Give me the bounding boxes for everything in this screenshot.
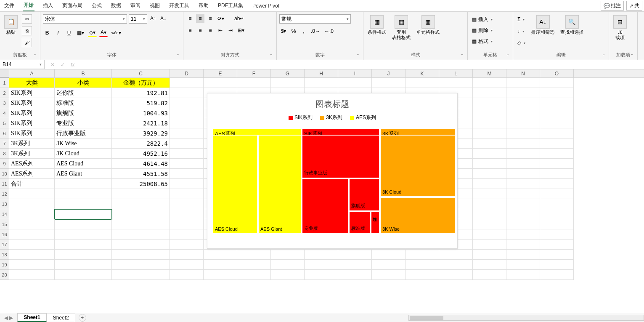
cell-G1[interactable] (271, 78, 305, 88)
row-header-11[interactable]: 11 (0, 179, 9, 189)
cell-N16[interactable] (506, 229, 540, 240)
cell-E1[interactable] (204, 78, 237, 88)
cell-M7[interactable] (473, 138, 506, 149)
sheet-nav[interactable]: ◀ ▶ (0, 315, 17, 321)
cell-D18[interactable] (170, 250, 204, 260)
cell-J18[interactable] (372, 250, 405, 260)
row-header-15[interactable]: 15 (0, 219, 9, 229)
sheet-tab-1[interactable]: Sheet1 (17, 313, 46, 322)
cell-N2[interactable] (506, 88, 540, 98)
cell-O10[interactable] (540, 169, 574, 179)
cell-A8[interactable]: 3K系列 (9, 149, 55, 159)
cell-J1[interactable] (372, 78, 405, 88)
cell-A3[interactable]: SIK系列 (9, 98, 55, 108)
cell-B13[interactable] (55, 199, 112, 209)
col-header-J[interactable]: J (372, 69, 405, 77)
cell-A17[interactable] (9, 240, 55, 250)
align-middle-icon[interactable]: ≡ (196, 14, 204, 23)
horizontal-scrollbar[interactable] (408, 315, 644, 321)
cell-C10[interactable]: 4551.58 (112, 169, 170, 179)
cell-O15[interactable] (540, 219, 574, 229)
font-name-select[interactable]: 宋体 (43, 14, 127, 24)
delete-cells-button[interactable]: ▦ 删除 (470, 25, 494, 35)
col-header-H[interactable]: H (305, 69, 338, 77)
cell-D8[interactable] (170, 149, 204, 159)
tab-data[interactable]: 数据 (110, 0, 122, 11)
cell-O17[interactable] (540, 240, 574, 250)
cell-B14[interactable] (55, 209, 112, 219)
border-button[interactable]: ▦▾ (76, 29, 85, 37)
cell-M3[interactable] (473, 98, 506, 108)
cell-D9[interactable] (170, 159, 204, 169)
fill-color-button[interactable]: ◇▾ (88, 29, 97, 37)
cell-N13[interactable] (506, 199, 540, 209)
cell-B12[interactable] (55, 189, 112, 199)
paste-button[interactable]: 📋 粘贴 (3, 14, 19, 36)
cell-L20[interactable] (439, 270, 473, 280)
cell-N4[interactable] (506, 108, 540, 118)
tab-help[interactable]: 帮助 (198, 0, 209, 11)
number-format-select[interactable]: 常规 (279, 14, 351, 24)
cell-E20[interactable] (204, 270, 237, 280)
cell-B6[interactable]: 行政事业版 (55, 128, 112, 138)
cell-M9[interactable] (473, 159, 506, 169)
cell-A1[interactable]: 大类 (9, 78, 55, 88)
cell-C8[interactable]: 4952.16 (112, 149, 170, 159)
row-header-5[interactable]: 5 (0, 118, 9, 128)
cell-K1[interactable] (405, 78, 439, 88)
format-cells-button[interactable]: ▦ 格式 (470, 36, 494, 46)
cell-A6[interactable]: SIK系列 (9, 128, 55, 138)
cell-I1[interactable] (338, 78, 372, 88)
row-header-16[interactable]: 16 (0, 229, 9, 240)
cell-G20[interactable] (271, 270, 305, 280)
font-color-button[interactable]: A▾ (99, 29, 108, 37)
cell-O16[interactable] (540, 229, 574, 240)
col-header-A[interactable]: A (9, 69, 55, 77)
cell-M4[interactable] (473, 108, 506, 118)
col-header-F[interactable]: F (237, 69, 271, 77)
cell-K19[interactable] (405, 260, 439, 270)
cell-M20[interactable] (473, 270, 506, 280)
conditional-format-button[interactable]: ▦条件格式 (366, 14, 388, 36)
tab-home[interactable]: 开始 (23, 0, 34, 11)
cell-D20[interactable] (170, 270, 204, 280)
cell-L1[interactable] (439, 78, 473, 88)
cell-F19[interactable] (237, 260, 271, 270)
row-header-13[interactable]: 13 (0, 199, 9, 209)
tab-layout[interactable]: 页面布局 (61, 0, 83, 11)
tab-view[interactable]: 视图 (149, 0, 161, 11)
clear-button[interactable]: ◇ (516, 38, 527, 48)
decrease-decimal-icon[interactable]: ←.0 (323, 27, 335, 35)
cell-D7[interactable] (170, 138, 204, 149)
row-header-18[interactable]: 18 (0, 250, 9, 260)
cell-N9[interactable] (506, 159, 540, 169)
cell-N17[interactable] (506, 240, 540, 250)
tab-insert[interactable]: 插入 (42, 0, 54, 11)
cell-D13[interactable] (170, 199, 204, 209)
cell-G19[interactable] (271, 260, 305, 270)
font-size-select[interactable]: 11 (129, 14, 147, 24)
cell-C15[interactable] (112, 219, 170, 229)
cell-F18[interactable] (237, 250, 271, 260)
cell-C9[interactable]: 4614.48 (112, 159, 170, 169)
cell-D19[interactable] (170, 260, 204, 270)
col-header-G[interactable]: G (271, 69, 305, 77)
cell-H18[interactable] (305, 250, 338, 260)
cell-B10[interactable]: AES Giant (55, 169, 112, 179)
cell-M19[interactable] (473, 260, 506, 270)
cell-B17[interactable] (55, 240, 112, 250)
cell-D15[interactable] (170, 219, 204, 229)
currency-icon[interactable]: $▾ (279, 27, 288, 35)
cell-K18[interactable] (405, 250, 439, 260)
tab-file[interactable]: 文件 (3, 0, 15, 11)
cell-M12[interactable] (473, 189, 506, 199)
cell-A2[interactable]: SIK系列 (9, 88, 55, 98)
cell-L18[interactable] (439, 250, 473, 260)
cell-O18[interactable] (540, 250, 574, 260)
cell-O3[interactable] (540, 98, 574, 108)
insert-cells-button[interactable]: ▦ 插入 (470, 14, 494, 24)
cell-E18[interactable] (204, 250, 237, 260)
cell-N19[interactable] (506, 260, 540, 270)
addins-button[interactable]: ⊞加 载项 (612, 14, 628, 41)
cell-O19[interactable] (540, 260, 574, 270)
